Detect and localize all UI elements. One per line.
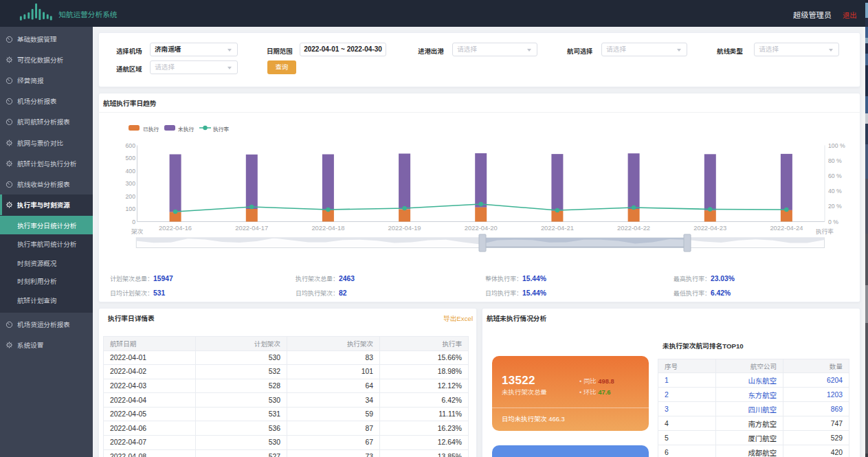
- svg-text:2022-04-19: 2022-04-19: [388, 224, 421, 232]
- svg-text:2022-04-18: 2022-04-18: [311, 224, 344, 232]
- svg-text:2022-04-24: 2022-04-24: [770, 224, 803, 232]
- svg-text:2022-04-17: 2022-04-17: [235, 224, 268, 232]
- svg-text:60 %: 60 %: [828, 172, 842, 179]
- svg-text:2022-04-22: 2022-04-22: [617, 224, 650, 232]
- svg-text:执行率: 执行率: [816, 228, 834, 235]
- svg-text:200: 200: [126, 193, 136, 200]
- svg-text:20 %: 20 %: [828, 203, 842, 210]
- svg-text:架次: 架次: [131, 228, 144, 235]
- svg-text:2022-04-21: 2022-04-21: [541, 224, 574, 232]
- svg-text:600: 600: [126, 142, 136, 149]
- svg-text:0 %: 0 %: [828, 219, 838, 225]
- svg-text:500: 500: [126, 155, 136, 161]
- svg-text:0: 0: [132, 219, 135, 225]
- svg-text:2022-04-16: 2022-04-16: [159, 224, 192, 232]
- svg-text:2022-04-23: 2022-04-23: [693, 224, 726, 232]
- svg-text:100 %: 100 %: [828, 142, 845, 149]
- svg-text:80 %: 80 %: [828, 157, 842, 164]
- svg-text:2022-04-20: 2022-04-20: [465, 224, 498, 232]
- svg-text:400: 400: [126, 168, 136, 175]
- svg-text:100: 100: [126, 205, 136, 212]
- svg-text:40 %: 40 %: [828, 188, 842, 194]
- svg-text:300: 300: [126, 180, 136, 187]
